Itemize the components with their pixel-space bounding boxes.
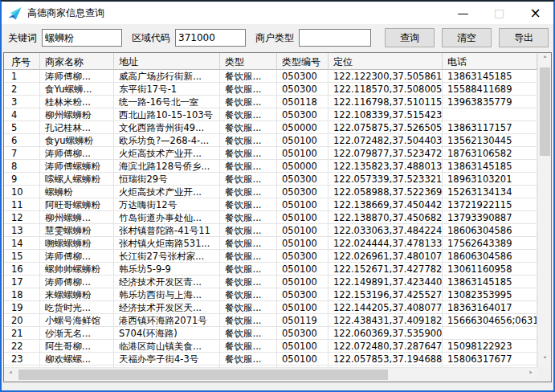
area-code-input[interactable] [175, 29, 246, 47]
table-row[interactable]: 11阿旺哥螺蛳粉万达嗨街12号餐饮服...050100122.138669,37… [4, 198, 537, 211]
table-cell: 050100 [277, 224, 329, 237]
table-cell: 1 [4, 70, 40, 83]
table-row[interactable]: 21仯渐无名...S704(环海路)餐饮服...050300122.060369… [4, 327, 537, 340]
table-row[interactable]: 14嗍螺螺蛳粉张村镇火炬南路531...餐饮服...050100122.0244… [4, 237, 537, 250]
titlebar: 高德商家信息查询 — □ × [2, 2, 553, 24]
table-cell: 欧乐坊负?—268-4-... [114, 134, 220, 147]
table-cell: 韩乐坊5-9-9 [114, 263, 220, 276]
table-row[interactable]: 16螺帅帅螺蛳粉韩乐坊5-9-9餐饮服...050100122.152671,3… [4, 263, 537, 276]
table-cell: 万达嗨街12号 [114, 198, 220, 211]
table-cell: 3 [4, 96, 40, 108]
table-row[interactable]: 20小螺号海鲜馆港西镇环海路2071号餐饮服...050119122.43843… [4, 314, 537, 327]
table-cell: 050100 [277, 276, 329, 288]
table-cell: 13793390887 [443, 211, 537, 224]
table-cell: 餐饮服... [220, 340, 277, 353]
table-row[interactable]: 17涛师傅柳...经济技术开发区青...餐饮服...050100122.1498… [4, 276, 537, 288]
minimize-button[interactable]: — [445, 2, 481, 24]
table-cell: 20 [4, 314, 40, 327]
table-cell: 122.152671,37.427782 [329, 263, 443, 276]
table-cell: 15806317677 [443, 353, 537, 365]
column-header[interactable]: 定位 [329, 53, 443, 70]
table-cell: 13721922115 [443, 198, 537, 211]
table-cell: 吃货时光... [40, 301, 114, 314]
table-row[interactable]: 6食yu螺蛳粉欧乐坊负?—268-4-...餐饮服...050100122.07… [4, 134, 537, 147]
table-row[interactable]: 13慧雯螺蛳粉张村镇普陀路-41号11餐饮服...050100122.03306… [4, 224, 537, 237]
vertical-scroll-thumb[interactable] [540, 67, 550, 156]
vertical-scrollbar[interactable]: ˄ ˅ [537, 53, 551, 367]
table-cell: 餐饮服... [220, 186, 277, 198]
table-row[interactable]: 3桂林米粉...统一路-16号北一室餐饮服...050118122.116798… [4, 96, 537, 108]
column-header[interactable]: 序号 [4, 53, 40, 70]
table-cell: 122.122300,37.505861 [329, 70, 443, 83]
table-cell: 122.026961,37.480107 [329, 250, 443, 263]
table-cell: 港西镇环海路2071号 [114, 314, 220, 327]
table-cell: 柳州螺蛳... [40, 211, 114, 224]
query-button[interactable]: 查询 [385, 28, 435, 47]
table-row[interactable]: 2食Yu螺蛳...东平街17号-1餐饮服...050300122.118570,… [4, 83, 537, 96]
table-row[interactable]: 5孔记桂林...文化西路青州街49...餐饮服...050000122.0758… [4, 121, 537, 134]
column-header[interactable]: 地址 [114, 53, 220, 70]
horizontal-scroll-thumb[interactable] [18, 370, 388, 380]
table-cell: 涛师傅柳... [40, 70, 114, 83]
column-header[interactable]: 电话 [443, 53, 537, 70]
table-cell: 050100 [277, 237, 329, 250]
table-cell: 050300 [277, 70, 329, 83]
table-row[interactable]: 12柳州螺蛳...竹岛街道办事处仙...餐饮服...050100122.1388… [4, 211, 537, 224]
table-row[interactable]: 15涛师傅柳...长江街27号张村家...餐饮服...050300122.026… [4, 250, 537, 263]
horizontal-scrollbar[interactable]: ˂ ˃ [4, 367, 537, 382]
table-row[interactable]: 8涛师傅螺蛳粉海滨北路128号侨乡...餐饮服...050000122.1358… [4, 160, 537, 173]
table-cell: 050100 [277, 340, 329, 353]
table-row[interactable]: 22阿生哥柳...临港区苘山镇美食...餐饮服...050100122.0724… [4, 340, 537, 353]
app-window: 高德商家信息查询 — □ × 关键词 区域代码 商户类型 查询 清空 导出 序号… [0, 0, 555, 392]
merchant-type-label: 商户类型 [255, 31, 294, 45]
maximize-button[interactable]: □ [481, 2, 517, 24]
table-cell: 15263134134 [443, 186, 537, 198]
table-cell: 13863117157 [443, 121, 537, 134]
table-cell: 13863145185 [443, 70, 537, 83]
table-cell: 15098122923 [443, 340, 537, 353]
table-row[interactable]: 7涛师傅柳...火炬高技术产业开...餐饮服...050100122.07987… [4, 147, 537, 160]
table-cell: 122.144205,37.408077 [329, 301, 443, 314]
close-button[interactable]: × [517, 2, 553, 24]
table-cell: 14 [4, 237, 40, 250]
column-header[interactable]: 商家名称 [40, 53, 114, 70]
table-row[interactable]: 23柳欢螺螺...天福办亭子街4-3号餐饮服...050100122.05785… [4, 353, 537, 365]
table-cell: 餐饮服... [220, 96, 277, 108]
table-row[interactable]: 1涛师傅柳...威高广场步行街新...餐饮服...050300122.12230… [4, 70, 537, 83]
scroll-right-icon[interactable]: ˃ [524, 368, 537, 382]
table-cell: 122.033063,37.484224 [329, 224, 443, 237]
table-cell: 6 [4, 134, 40, 147]
table-cell: 122.438431,37.409182 [329, 314, 443, 327]
clear-button[interactable]: 清空 [442, 28, 492, 47]
column-header[interactable]: 类型 [220, 53, 277, 70]
table-cell: 火炬高技术产业开... [114, 186, 220, 198]
table-cell: 食yu螺蛳粉 [40, 134, 114, 147]
table-row[interactable]: 19吃货时光...经济技术开发区天...餐饮服...050100122.1442… [4, 301, 537, 314]
app-icon [8, 6, 22, 20]
column-header[interactable]: 类型编号 [277, 53, 329, 70]
table-cell: 050100 [277, 147, 329, 160]
window-controls: — □ × [445, 2, 553, 24]
toolbar-buttons: 查询 清空 导出 [385, 28, 549, 47]
table-cell: 4 [4, 108, 40, 121]
scroll-up-icon[interactable]: ˄ [538, 53, 552, 67]
table-row[interactable]: 9嗦螺人螺蛳粉恒瑞街29号餐饮服...050300122.057339,37.5… [4, 173, 537, 186]
grid-viewport: 序号商家名称地址类型类型编号定位电话 1涛师傅柳...威高广场步行街新...餐饮… [4, 53, 537, 367]
table-cell: 15588411689 [443, 83, 537, 96]
keyword-input[interactable] [42, 29, 122, 47]
table-cell: 涛师傅柳... [40, 276, 114, 288]
table-row[interactable]: 18来螺螺蛳粉韩乐坊西街与上海...餐饮服...050300122.153196… [4, 288, 537, 301]
export-button[interactable]: 导出 [499, 28, 549, 47]
table-cell: 12 [4, 211, 40, 224]
table-row[interactable]: 10螺蛳粉火炬高技术产业开...餐饮服...050300122.058988,3… [4, 186, 537, 198]
table-cell: 122.118570,37.508005 [329, 83, 443, 96]
merchant-type-input[interactable] [299, 29, 371, 47]
table-cell: 经济技术开发区天... [114, 301, 220, 314]
table-row[interactable]: 4柳州螺蛳粉西北山路10-15-103号餐饮服...050300122.1083… [4, 108, 537, 121]
keyword-label: 关键词 [8, 31, 37, 45]
table-cell: 122.135823,37.488013 [329, 160, 443, 173]
table-cell: 餐饮服... [220, 70, 277, 83]
scrollbar-corner [537, 367, 551, 382]
scroll-left-icon[interactable]: ˂ [4, 368, 18, 382]
scroll-down-icon[interactable]: ˅ [538, 353, 552, 367]
